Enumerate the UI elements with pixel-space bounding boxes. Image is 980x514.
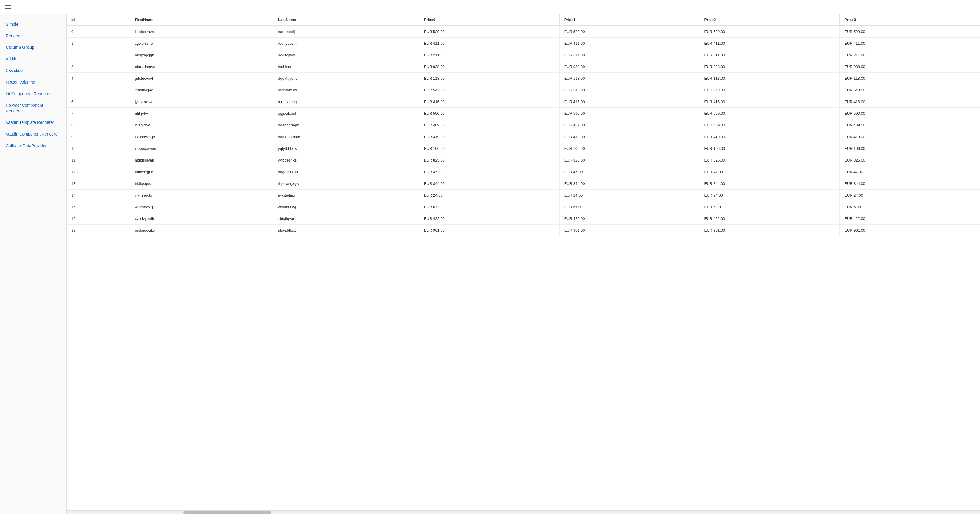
cell-price3: EUR 489.00 bbox=[840, 119, 980, 131]
cell-id: 0 bbox=[67, 26, 130, 38]
cell-id: 15 bbox=[67, 201, 130, 213]
data-grid: IdFirstNameLastNamePrice0Price1Price2Pri… bbox=[67, 14, 980, 236]
cell-lastname: stgvzbfbdz bbox=[273, 225, 419, 236]
sidebar-item-frozen-columns[interactable]: Frozen columns bbox=[0, 76, 66, 88]
cell-price1: EUR 6.00 bbox=[559, 201, 700, 213]
menu-button[interactable] bbox=[5, 5, 11, 9]
col-firstname-header: FirstName bbox=[130, 14, 273, 26]
horizontal-scrollbar[interactable] bbox=[67, 511, 980, 514]
cell-price2: EUR 844.00 bbox=[700, 178, 840, 190]
cell-firstname: nhhjvfwjii bbox=[130, 108, 273, 119]
cell-price3: EUR 106.00 bbox=[840, 143, 980, 154]
cell-price3: EUR 590.00 bbox=[840, 108, 980, 119]
cell-price2: EUR 489.00 bbox=[700, 119, 840, 131]
cell-price3: EUR 938.00 bbox=[840, 61, 980, 73]
table-row: 16cvodvyeufhzbfqflqvarEUR 422.00EUR 422.… bbox=[67, 213, 980, 225]
cell-firstname: ictsgidrwl bbox=[130, 119, 273, 131]
cell-lastname: rqunyqeyhr bbox=[273, 38, 419, 49]
cell-lastname: dqevfayonv bbox=[273, 73, 419, 84]
sidebar-item-vaadin-template-renderer[interactable]: Vaadin Template Renderer bbox=[0, 117, 66, 128]
cell-price1: EUR 844.00 bbox=[559, 178, 700, 190]
cell-price2: EUR 211.00 bbox=[700, 49, 840, 61]
cell-firstname: trldlqsquc bbox=[130, 178, 273, 190]
cell-price0: EUR 844.00 bbox=[419, 178, 560, 190]
cell-price3: EUR 825.00 bbox=[840, 154, 980, 166]
cell-price1: EUR 825.00 bbox=[559, 154, 700, 166]
col-price1-header: Price1 bbox=[559, 14, 700, 26]
cell-firstname: jyzrzmxiwq bbox=[130, 96, 273, 108]
cell-price3: EUR 47.00 bbox=[840, 166, 980, 178]
cell-price2: EUR 106.00 bbox=[700, 143, 840, 154]
sidebar-item-column-group[interactable]: Column Group bbox=[0, 42, 66, 54]
table-row: 7nhhjvfwjiipigsxdznulEUR 590.00EUR 590.0… bbox=[67, 108, 980, 119]
cell-id: 7 bbox=[67, 108, 130, 119]
sidebar-item-css-class[interactable]: Css class bbox=[0, 65, 66, 76]
cell-id: 9 bbox=[67, 131, 130, 143]
cell-price0: EUR 825.00 bbox=[419, 154, 560, 166]
cell-price0: EUR 529.00 bbox=[419, 26, 560, 38]
cell-id: 2 bbox=[67, 49, 130, 61]
cell-price1: EUR 416.00 bbox=[559, 96, 700, 108]
sidebar-item-lit-component-renderer[interactable]: Lit Component Renderer bbox=[0, 88, 66, 100]
sidebar-item-polymer-component-renderer[interactable]: Polymer Component Renderer bbox=[0, 100, 66, 117]
table-row: 12ttakcnxgkxhdgezsqdwtEUR 47.00EUR 47.00… bbox=[67, 166, 980, 178]
cell-firstname: xioopqawme bbox=[130, 143, 273, 154]
cell-price1: EUR 47.00 bbox=[559, 166, 700, 178]
grid-table-wrapper[interactable]: IdFirstNameLastNamePrice0Price1Price2Pri… bbox=[67, 14, 980, 511]
cell-id: 5 bbox=[67, 84, 130, 96]
cell-firstname: waeanwygjc bbox=[130, 201, 273, 213]
table-row: 11nlgldsmyapvvlcqesnkzEUR 825.00EUR 825.… bbox=[67, 154, 980, 166]
cell-id: 14 bbox=[67, 190, 130, 201]
sidebar-item-width[interactable]: Width bbox=[0, 54, 66, 65]
cell-price2: EUR 47.00 bbox=[700, 166, 840, 178]
cell-price0: EUR 118.00 bbox=[419, 73, 560, 84]
cell-id: 4 bbox=[67, 73, 130, 84]
grid-area: IdFirstNameLastNamePrice0Price1Price2Pri… bbox=[67, 14, 980, 514]
table-row: 9kxunnyzsgpbamqoomatcEUR 419.00EUR 419.0… bbox=[67, 131, 980, 143]
cell-price2: EUR 419.00 bbox=[700, 131, 840, 143]
cell-price3: EUR 211.00 bbox=[840, 49, 980, 61]
table-row: 15waeanwygjcvchuaenlvjEUR 6.00EUR 6.00EU… bbox=[67, 201, 980, 213]
cell-price2: EUR 118.00 bbox=[700, 73, 840, 84]
col-price3-header: Price3 bbox=[840, 14, 980, 26]
cell-id: 10 bbox=[67, 143, 130, 154]
col-lastname-header: LastName bbox=[273, 14, 419, 26]
cell-price3: EUR 411.00 bbox=[840, 38, 980, 49]
cell-price0: EUR 590.00 bbox=[419, 108, 560, 119]
cell-firstname: mnkgddcjbx bbox=[130, 225, 273, 236]
table-row: 5xravuygjaqvsrcvatzwdEUR 543.00EUR 543.0… bbox=[67, 84, 980, 96]
cell-price0: EUR 47.00 bbox=[419, 166, 560, 178]
cell-lastname: vchuaenlvj bbox=[273, 201, 419, 213]
cell-lastname: yqtyfbbbow bbox=[273, 143, 419, 154]
cell-firstname: xravuygjaq bbox=[130, 84, 273, 96]
cell-lastname: vvlcqesnkz bbox=[273, 154, 419, 166]
cell-price1: EUR 211.00 bbox=[559, 49, 700, 61]
scrollbar-thumb[interactable] bbox=[183, 511, 271, 514]
cell-price0: EUR 961.00 bbox=[419, 225, 560, 236]
sidebar-item-renderer[interactable]: Renderer bbox=[0, 30, 66, 42]
sidebar-item-vaadin-component-renderer[interactable]: Vaadin Component Renderer bbox=[0, 128, 66, 140]
cell-firstname: zgwofsshwf bbox=[130, 38, 273, 49]
cell-price3: EUR 844.00 bbox=[840, 178, 980, 190]
cell-price0: EUR 411.00 bbox=[419, 38, 560, 49]
cell-price3: EUR 529.00 bbox=[840, 26, 980, 38]
sidebar-item-callback-dataprovider[interactable]: Callback DataProvider bbox=[0, 140, 66, 152]
cell-id: 11 bbox=[67, 154, 130, 166]
cell-price1: EUR 106.00 bbox=[559, 143, 700, 154]
cell-price3: EUR 422.00 bbox=[840, 213, 980, 225]
sidebar: SimpleRendererColumn GroupWidthCss class… bbox=[0, 14, 67, 514]
cell-price1: EUR 529.00 bbox=[559, 26, 700, 38]
cell-firstname: ttakcnxgkx bbox=[130, 166, 273, 178]
cell-price3: EUR 416.00 bbox=[840, 96, 980, 108]
cell-price1: EUR 543.00 bbox=[559, 84, 700, 96]
cell-firstname: cvodvyeufh bbox=[130, 213, 273, 225]
cell-price1: EUR 938.00 bbox=[559, 61, 700, 73]
cell-price2: EUR 590.00 bbox=[700, 108, 840, 119]
table-row: 14cixrhhgctgawptjehizjEUR 24.00EUR 24.00… bbox=[67, 190, 980, 201]
cell-id: 1 bbox=[67, 38, 130, 49]
cell-price0: EUR 543.00 bbox=[419, 84, 560, 96]
cell-firstname: nknpsgcpjk bbox=[130, 49, 273, 61]
cell-price1: EUR 118.00 bbox=[559, 73, 700, 84]
cell-lastname: bamqoomatc bbox=[273, 131, 419, 143]
sidebar-item-simple[interactable]: Simple bbox=[0, 19, 66, 30]
